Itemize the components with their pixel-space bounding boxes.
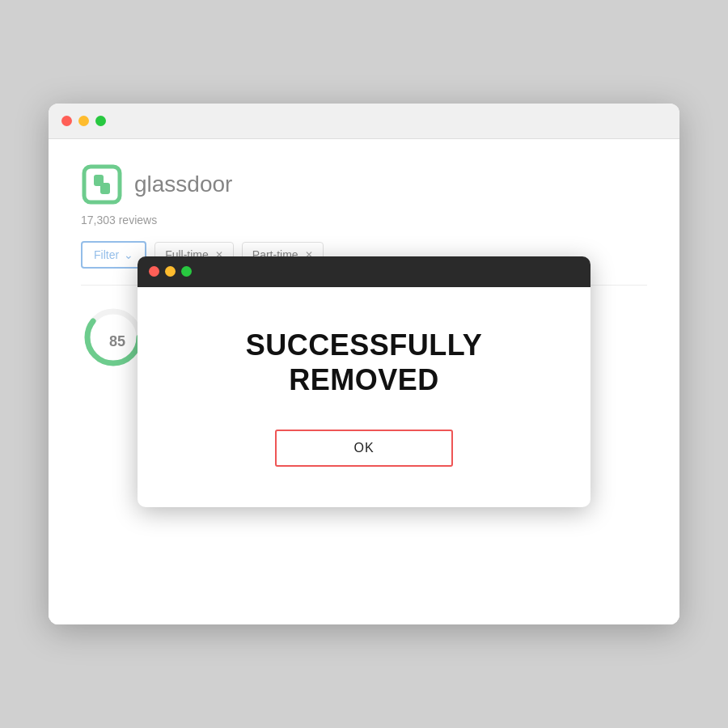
modal-titlebar bbox=[138, 256, 590, 287]
success-line2: REMOVED bbox=[246, 362, 483, 397]
success-message: SUCCESSFULLY REMOVED bbox=[246, 328, 483, 397]
modal-body: SUCCESSFULLY REMOVED OK bbox=[138, 287, 590, 507]
browser-window: glassdoor 17,303 reviews Filter ⌄ Full-t… bbox=[49, 104, 679, 624]
browser-titlebar bbox=[49, 104, 679, 139]
success-line1: SUCCESSFULLY bbox=[246, 328, 483, 362]
ok-button[interactable]: OK bbox=[275, 430, 453, 467]
modal-overlay: SUCCESSFULLY REMOVED OK bbox=[49, 139, 679, 624]
modal-traffic-light-red[interactable] bbox=[149, 266, 159, 277]
browser-content: glassdoor 17,303 reviews Filter ⌄ Full-t… bbox=[49, 139, 679, 624]
modal-traffic-light-yellow[interactable] bbox=[165, 266, 176, 277]
modal-traffic-lights bbox=[149, 266, 192, 277]
traffic-light-green[interactable] bbox=[95, 116, 106, 126]
modal-window: SUCCESSFULLY REMOVED OK bbox=[138, 256, 590, 507]
modal-traffic-light-green[interactable] bbox=[181, 266, 192, 277]
browser-traffic-lights bbox=[61, 116, 106, 126]
traffic-light-yellow[interactable] bbox=[78, 116, 89, 126]
traffic-light-red[interactable] bbox=[61, 116, 72, 126]
